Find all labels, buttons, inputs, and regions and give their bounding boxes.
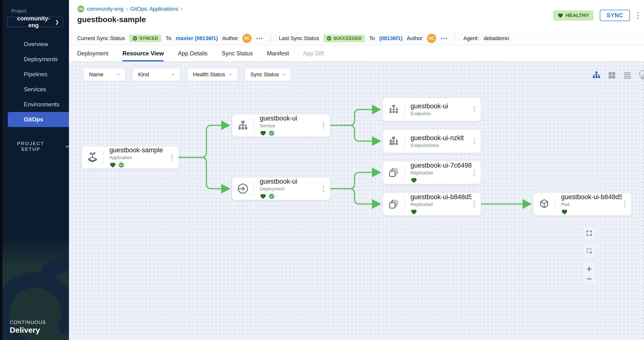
node-title: guestbook-ui — [260, 178, 321, 185]
node-menu-kebab[interactable] — [169, 152, 178, 163]
node-title: guestbook-sample — [110, 146, 169, 154]
header-actions: HEALTHY SYNC — [553, 10, 640, 21]
sidebar-item-environments[interactable]: Environments — [2, 97, 69, 112]
check-circle-icon — [326, 36, 332, 41]
page-header: community-eng › GitOps: Applications › g… — [69, 0, 644, 32]
project-selector[interactable]: community-eng ❯ — [7, 17, 63, 27]
node-kind: ReplicaSet — [411, 170, 472, 176]
tree-view-button[interactable] — [592, 70, 601, 80]
tab-manifest[interactable]: Manifest — [267, 45, 289, 62]
chevron-down-icon — [116, 72, 121, 77]
healthy-heart-icon — [260, 130, 266, 136]
sidebar-item-services[interactable]: Services — [2, 82, 69, 97]
zoom-pill: + − — [583, 262, 596, 285]
list-view-icon — [623, 71, 632, 80]
sync-button[interactable]: SYNC — [600, 10, 630, 21]
synced-check-icon — [118, 162, 124, 168]
node-menu-kebab[interactable] — [622, 199, 631, 210]
node-kind: Service — [260, 123, 321, 128]
app-window: Project community-eng ❯ Overview Deploym… — [0, 0, 644, 340]
chevron-down-icon — [171, 72, 176, 77]
sidebar-item-deployments[interactable]: Deployments — [2, 52, 69, 67]
list-view-button[interactable] — [623, 70, 632, 80]
health-status-badge: HEALTHY — [553, 10, 594, 21]
tab-sync-status[interactable]: Sync Status — [222, 45, 253, 62]
zoom-in-button[interactable]: + — [586, 264, 592, 274]
node-menu-kebab[interactable] — [471, 167, 481, 178]
node-kind: EndpointSlice — [411, 143, 472, 148]
tab-deployment[interactable]: Deployment — [77, 45, 108, 62]
node-menu-kebab[interactable] — [471, 136, 481, 147]
to-label: To — [369, 35, 375, 42]
healthy-heart-icon — [411, 177, 417, 184]
marquee-selection-icon — [586, 248, 592, 254]
fit-to-screen-button[interactable] — [583, 227, 596, 240]
node-endpoints-guestbook-ui[interactable]: guestbook-ui Endpoints — [383, 98, 481, 121]
commit-details-kebab[interactable] — [440, 36, 448, 40]
author-label: Author — [222, 35, 238, 42]
breadcrumb-project-link[interactable]: community-eng — [87, 6, 123, 12]
breadcrumb-applications-link[interactable]: GitOps: Applications — [130, 6, 178, 12]
commit-details-kebab[interactable] — [256, 36, 263, 40]
node-endpointslice-guestbook-ui-nzklt[interactable]: guestbook-ui-nzklt EndpointSlice — [383, 130, 481, 153]
filter-health-status[interactable]: Health Status — [188, 68, 238, 81]
sync-status-bar: Current Sync Status SYNCED To master (08… — [69, 32, 644, 45]
filter-bar: Name Kind Health Status Sync Status — [84, 68, 291, 81]
project-setup-toggle[interactable]: PROJECT SETUP — [12, 141, 69, 152]
sidebar-item-overview[interactable]: Overview — [2, 37, 69, 52]
main-content: community-eng › GitOps: Applications › g… — [69, 0, 644, 340]
node-replicaset-guestbook-ui-b848d5d9d[interactable]: guestbook-ui-b848d5d9d ReplicaSet — [383, 192, 481, 216]
tab-app-details[interactable]: App Details — [178, 45, 208, 62]
tab-resource-view[interactable]: Resource View — [122, 45, 164, 62]
node-health-row — [561, 208, 622, 215]
node-title: guestbook-ui-b848d5d9d — [411, 193, 472, 201]
endpoints-icon — [383, 104, 404, 115]
synced-badge: SYNCED — [130, 35, 161, 42]
tab-app-diff[interactable]: App Diff — [303, 45, 324, 62]
node-menu-kebab[interactable] — [320, 183, 330, 194]
breadcrumb-separator-icon: › — [126, 6, 128, 12]
sidebar-item-gitops[interactable]: GitOps — [8, 112, 69, 127]
chevron-down-icon — [228, 72, 233, 77]
more-options-kebab[interactable] — [636, 11, 640, 20]
brand-line-delivery: Delivery — [10, 326, 46, 335]
node-menu-kebab[interactable] — [320, 120, 330, 131]
current-revision-link[interactable]: master (08136f1) — [176, 35, 218, 42]
node-title: guestbook-ui — [260, 115, 321, 122]
node-application-guestbook-sample[interactable]: guestbook-sample Application — [82, 146, 179, 168]
sidebar-item-pipelines[interactable]: Pipelines — [2, 67, 69, 82]
node-health-row — [411, 177, 472, 184]
author-avatar[interactable]: SC — [242, 34, 252, 43]
grid-view-button[interactable] — [607, 70, 617, 80]
node-pod-guestbook-ui-b848d5d9[interactable]: guestbook-ui-b848d5d9... Pod — [533, 192, 632, 216]
filter-sync-status[interactable]: Sync Status — [245, 68, 291, 81]
last-revision-link[interactable]: (08136f1) — [379, 35, 402, 42]
synced-check-icon — [269, 194, 274, 199]
node-deployment-guestbook-ui[interactable]: guestbook-ui Deployment — [232, 177, 330, 200]
node-menu-kebab[interactable] — [471, 104, 481, 115]
replicaset-icon — [383, 198, 404, 210]
sidebar: Project community-eng ❯ Overview Deploym… — [0, 0, 69, 340]
marquee-select-button[interactable] — [583, 244, 596, 257]
last-sync-status-label: Last Sync Status — [279, 35, 319, 42]
node-kind: Deployment — [260, 186, 321, 192]
filter-kind[interactable]: Kind — [132, 68, 180, 81]
node-service-guestbook-ui[interactable]: guestbook-ui Service — [232, 114, 330, 137]
node-title: guestbook-ui-b848d5d9... — [561, 193, 622, 201]
service-icon — [232, 120, 254, 132]
replicaset-icon — [383, 166, 404, 179]
filter-name[interactable]: Name — [84, 68, 125, 81]
node-replicaset-guestbook-ui-7c64987dc9[interactable]: guestbook-ui-7c64987dc9 ReplicaSet — [383, 161, 481, 184]
cluster-view-button[interactable] — [638, 70, 644, 80]
status-divider — [455, 34, 456, 42]
resource-graph-canvas[interactable]: Name Kind Health Status Sync Status — [69, 62, 644, 340]
node-kind: ReplicaSet — [411, 202, 472, 207]
breadcrumb-separator-icon: › — [181, 6, 182, 12]
zoom-out-button[interactable]: − — [586, 274, 592, 284]
succeeded-badge-label: SUCCEEDED — [334, 36, 362, 41]
project-setup-label: PROJECT SETUP — [12, 141, 49, 152]
grid-view-icon — [608, 71, 616, 80]
gitops-logo-icon — [77, 5, 84, 13]
author-avatar[interactable]: SC — [427, 34, 436, 43]
node-menu-kebab[interactable] — [471, 199, 481, 210]
